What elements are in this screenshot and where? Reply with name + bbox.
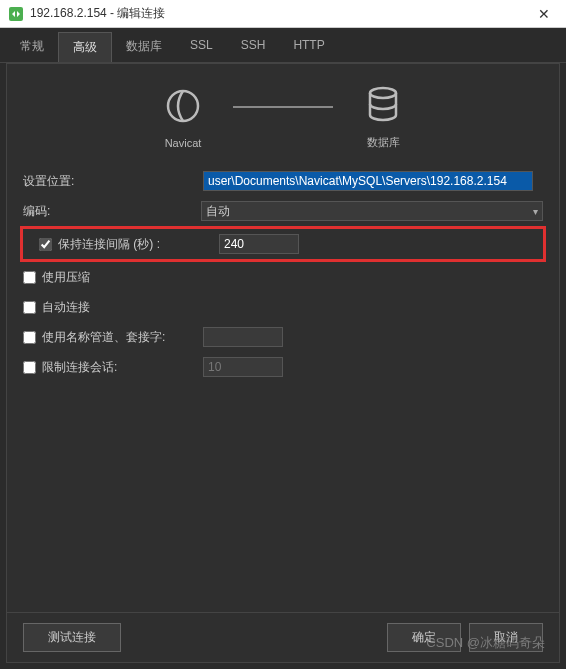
location-label: 设置位置: — [23, 173, 203, 190]
connection-diagram: Navicat 数据库 — [7, 64, 559, 160]
compression-label: 使用压缩 — [42, 269, 90, 286]
database-label: 数据库 — [367, 135, 400, 150]
tab-bar: 常规 高级 数据库 SSL SSH HTTP — [0, 28, 566, 63]
tab-general[interactable]: 常规 — [6, 32, 58, 62]
test-connection-button[interactable]: 测试连接 — [23, 623, 121, 652]
keepalive-checkbox[interactable] — [39, 238, 52, 251]
tab-content: Navicat 数据库 设置位置: 编码: 自 — [6, 63, 560, 663]
compression-checkbox[interactable] — [23, 271, 36, 284]
keepalive-label-wrap: 保持连接间隔 (秒) : — [39, 236, 219, 253]
navicat-label: Navicat — [165, 137, 202, 149]
keepalive-label: 保持连接间隔 (秒) : — [58, 236, 160, 253]
keepalive-highlight: 保持连接间隔 (秒) : — [20, 226, 546, 262]
tab-advanced[interactable]: 高级 — [58, 32, 112, 62]
encoding-label: 编码: — [23, 203, 201, 220]
footer: 测试连接 确定 取消 — [7, 612, 559, 662]
keepalive-input[interactable] — [219, 234, 299, 254]
autoconnect-checkbox[interactable] — [23, 301, 36, 314]
tab-ssl[interactable]: SSL — [176, 32, 227, 62]
close-button[interactable]: ✕ — [530, 0, 558, 28]
window-title: 192.168.2.154 - 编辑连接 — [30, 5, 530, 22]
chevron-down-icon: ▾ — [533, 206, 538, 217]
tab-http[interactable]: HTTP — [279, 32, 338, 62]
cancel-button[interactable]: 取消 — [469, 623, 543, 652]
tab-ssh[interactable]: SSH — [227, 32, 280, 62]
namedpipe-label: 使用名称管道、套接字: — [42, 329, 165, 346]
namedpipe-checkbox[interactable] — [23, 331, 36, 344]
encoding-select[interactable]: 自动 ▾ — [201, 201, 543, 221]
namedpipe-input — [203, 327, 283, 347]
autoconnect-label: 自动连接 — [42, 299, 90, 316]
svg-point-2 — [370, 88, 396, 98]
encoding-value: 自动 — [206, 203, 230, 220]
limit-label-wrap: 限制连接会话: — [23, 359, 203, 376]
compression-label-wrap: 使用压缩 — [23, 269, 203, 286]
limit-input — [203, 357, 283, 377]
connection-line — [233, 106, 333, 108]
navicat-icon — [163, 86, 203, 129]
form: 设置位置: 编码: 自动 ▾ 保持连接间隔 (秒) : — [7, 160, 559, 396]
svg-point-1 — [168, 91, 198, 121]
svg-rect-0 — [9, 7, 23, 21]
titlebar: 192.168.2.154 - 编辑连接 ✕ — [0, 0, 566, 28]
database-icon — [363, 84, 403, 127]
limit-label: 限制连接会话: — [42, 359, 117, 376]
limit-checkbox[interactable] — [23, 361, 36, 374]
autoconnect-label-wrap: 自动连接 — [23, 299, 203, 316]
tab-database[interactable]: 数据库 — [112, 32, 176, 62]
namedpipe-label-wrap: 使用名称管道、套接字: — [23, 329, 203, 346]
location-input[interactable] — [203, 171, 533, 191]
main-panel: 常规 高级 数据库 SSL SSH HTTP Navicat 数据库 — [0, 28, 566, 669]
ok-button[interactable]: 确定 — [387, 623, 461, 652]
app-icon — [8, 6, 24, 22]
